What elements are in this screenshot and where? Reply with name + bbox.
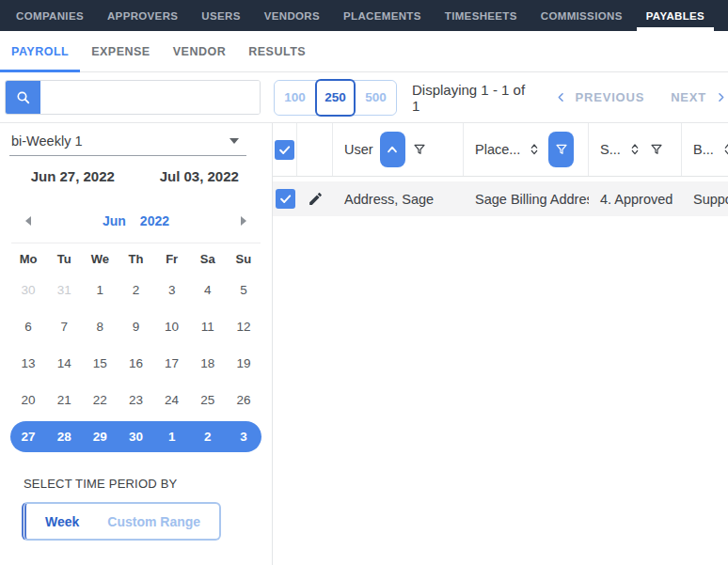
calendar-day[interactable]: 13	[10, 356, 46, 370]
calendar-day[interactable]: 5	[226, 283, 261, 297]
period-dropdown-value: bi-Weekly 1	[11, 133, 82, 149]
column-label: User	[344, 142, 373, 157]
search-input[interactable]	[40, 81, 260, 114]
filter-icon[interactable]	[412, 142, 427, 157]
calendar-day[interactable]: 7	[46, 320, 82, 334]
calendar-day[interactable]: 9	[118, 320, 153, 334]
nav-item-vendors[interactable]: VENDORS	[255, 0, 329, 31]
calendar-day[interactable]: 30	[118, 430, 153, 444]
time-period-toggle: WeekCustom Range	[22, 502, 221, 541]
calendar-day[interactable]: 23	[118, 393, 153, 407]
page-size-250-button[interactable]: 250	[315, 79, 356, 117]
checkmark-icon	[277, 143, 292, 157]
calendar-next-icon[interactable]	[241, 216, 246, 226]
calendar-day[interactable]: 10	[154, 320, 190, 334]
nav-item-approvers[interactable]: APPROVERS	[98, 0, 187, 31]
weekday-label: Sa	[190, 252, 226, 266]
calendar-day[interactable]: 28	[46, 430, 82, 444]
calendar-day[interactable]: 8	[82, 320, 118, 334]
row-checkbox[interactable]	[276, 189, 295, 209]
caret-down-icon	[229, 138, 239, 144]
nav-item-companies[interactable]: COMPANIES	[7, 0, 93, 31]
next-chevron-icon[interactable]	[714, 90, 728, 104]
calendar-day[interactable]: 4	[190, 283, 226, 297]
nav-item-placements[interactable]: PLACEMENTS	[334, 0, 431, 31]
weekday-label: Th	[118, 252, 153, 266]
tab-vendor[interactable]: VENDOR	[162, 31, 237, 71]
table-row: Address, SageSage Billing Address4. Appr…	[273, 181, 728, 216]
top-nav: COMPANIESAPPROVERSUSERSVENDORSPLACEMENTS…	[0, 0, 728, 31]
search-button[interactable]	[6, 81, 40, 114]
calendar-day[interactable]: 21	[46, 393, 82, 407]
calendar-day[interactable]: 24	[154, 393, 190, 407]
toolbar-row: 100250500 Displaying 1 - 1 of 1 PREVIOUS…	[0, 72, 728, 123]
calendar-day[interactable]: 1	[82, 283, 118, 297]
sort-toggle-icon[interactable]	[527, 141, 542, 158]
calendar-day[interactable]: 1	[154, 430, 190, 444]
row-edit-cell	[297, 181, 333, 216]
sort-asc-button[interactable]	[380, 132, 405, 167]
displaying-text: Displaying 1 - 1 of 1	[412, 82, 533, 114]
edit-button[interactable]	[308, 191, 324, 207]
chevron-up-icon	[385, 142, 400, 157]
calendar-day[interactable]: 29	[82, 430, 118, 444]
column-label: B...	[693, 142, 714, 157]
calendar-day[interactable]: 25	[190, 393, 226, 407]
column-header-s: S...	[589, 123, 682, 176]
column-header-place: Place...	[464, 123, 589, 176]
calendar-day[interactable]: 14	[46, 356, 82, 370]
nav-item-timesheets[interactable]: TIMESHEETS	[435, 0, 527, 31]
section-tabs: PAYROLLEXPENSEVENDORRESULTS	[0, 31, 728, 72]
filter-icon[interactable]	[649, 142, 664, 157]
period-dropdown[interactable]: bi-Weekly 1	[9, 131, 246, 156]
tab-payroll[interactable]: PAYROLL	[0, 31, 80, 71]
page-size-100-button[interactable]: 100	[275, 81, 315, 115]
calendar-day[interactable]: 12	[226, 320, 261, 334]
table-header: UserPlace...S...B...	[273, 123, 728, 177]
search-icon	[15, 89, 32, 106]
calendar-week: 6789101112	[10, 308, 261, 345]
filter-active-button[interactable]	[548, 132, 574, 167]
calendar-day[interactable]: 2	[190, 430, 226, 444]
calendar-day[interactable]: 30	[10, 283, 46, 297]
sort-toggle-icon[interactable]	[720, 141, 728, 158]
sort-toggle-icon[interactable]	[627, 141, 642, 158]
previous-chevron-icon[interactable]	[554, 90, 568, 104]
nav-item-users[interactable]: USERS	[192, 0, 249, 31]
time-period-custom-range[interactable]: Custom Range	[93, 514, 214, 529]
select-all-cell	[273, 123, 297, 176]
calendar-weekday-row: MoTuWeThFrSaSu	[10, 245, 261, 272]
calendar-day[interactable]: 22	[82, 393, 118, 407]
calendar-day[interactable]: 15	[82, 356, 118, 370]
calendar-day[interactable]: 27	[10, 430, 46, 444]
calendar-day[interactable]: 3	[154, 283, 190, 297]
tab-results[interactable]: RESULTS	[237, 31, 317, 71]
calendar-divider	[11, 243, 261, 243]
select-all-checkbox[interactable]	[275, 140, 294, 160]
calendar-day[interactable]: 6	[10, 320, 46, 334]
calendar-day[interactable]: 20	[10, 393, 46, 407]
time-period-week[interactable]: Week	[31, 514, 93, 529]
calendar-day[interactable]: 11	[190, 320, 226, 334]
calendar-day[interactable]: 17	[154, 356, 190, 370]
nav-item-receivables[interactable]: RECEIVABLES	[719, 0, 728, 31]
tab-expense[interactable]: EXPENSE	[80, 31, 162, 71]
next-button[interactable]: NEXT	[671, 90, 706, 104]
row-select-cell	[273, 181, 297, 216]
calendar-day[interactable]: 16	[118, 356, 153, 370]
calendar-day[interactable]: 2	[118, 283, 153, 297]
calendar-week: 13141516171819	[10, 345, 261, 382]
calendar-day[interactable]: 31	[46, 283, 82, 297]
calendar-day[interactable]: 18	[190, 356, 226, 370]
weekday-label: Mo	[10, 252, 46, 266]
calendar-year[interactable]: 2022	[140, 213, 169, 228]
row-user: Address, Sage	[333, 181, 464, 216]
nav-item-commissions[interactable]: COMMISSIONS	[531, 0, 632, 31]
nav-item-payables[interactable]: PAYABLES	[637, 0, 714, 31]
previous-button[interactable]: PREVIOUS	[576, 90, 645, 104]
calendar-month[interactable]: Jun	[103, 213, 126, 228]
calendar-day[interactable]: 19	[226, 356, 261, 370]
page-size-500-button[interactable]: 500	[356, 81, 396, 115]
calendar-day[interactable]: 26	[226, 393, 261, 407]
calendar-day[interactable]: 3	[226, 430, 261, 444]
